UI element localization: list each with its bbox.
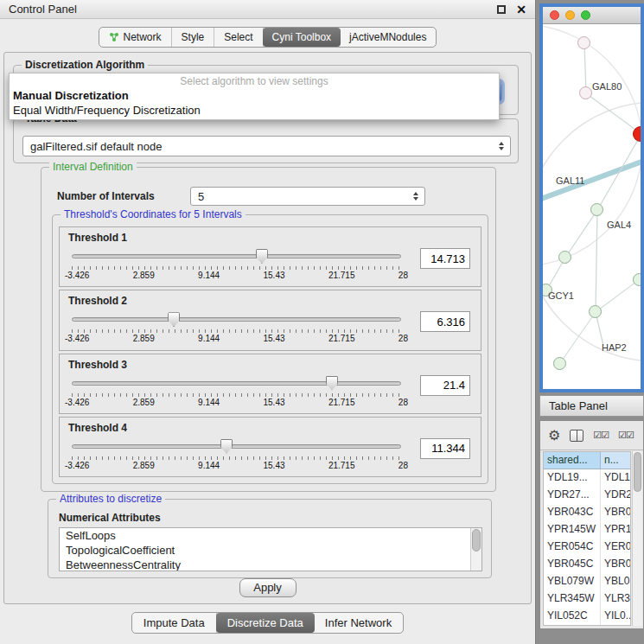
table-row[interactable]: YPR145W YPR1... xyxy=(544,521,630,539)
column-header[interactable]: shared... xyxy=(544,452,601,469)
threshold-slider[interactable] xyxy=(72,312,401,327)
table-row[interactable]: YIL052C YIL0... xyxy=(544,608,630,625)
slider-thumb[interactable] xyxy=(256,249,268,264)
threshold-value-input[interactable] xyxy=(420,248,470,269)
scale-label: 21.715 xyxy=(328,461,355,470)
attributes-list[interactable]: SelfLoops TopologicalCoefficient Between… xyxy=(59,527,482,571)
slider-track[interactable] xyxy=(72,254,401,258)
tab-infer-network[interactable]: Infer Network xyxy=(314,613,403,633)
network-node[interactable] xyxy=(589,305,602,318)
tab-network[interactable]: Network xyxy=(99,28,172,47)
list-item[interactable]: BetweennessCentrality xyxy=(60,558,481,571)
table-cell[interactable]: YER0... xyxy=(601,539,630,556)
network-node[interactable] xyxy=(553,357,566,370)
dropdown-option-manual[interactable]: Manual Discretization xyxy=(10,88,499,103)
table-row[interactable]: YBR043C YBR0... xyxy=(544,504,630,521)
table-row[interactable]: YBL079W YBL0... xyxy=(544,573,630,590)
dropdown-option-equal-width[interactable]: Equal Width/Frequency Discretization xyxy=(10,103,499,118)
column-header[interactable]: n... xyxy=(601,452,630,469)
network-node[interactable] xyxy=(577,36,590,49)
slider-track[interactable] xyxy=(72,444,401,449)
scrollbar-thumb[interactable] xyxy=(634,452,641,492)
close-icon[interactable]: ✕ xyxy=(516,5,526,14)
network-node[interactable] xyxy=(579,86,592,99)
table-cell[interactable]: YPR1... xyxy=(601,521,630,539)
network-node[interactable] xyxy=(633,273,641,286)
number-of-intervals-combobox[interactable]: 5 xyxy=(190,187,425,206)
tab-cyni-toolbox[interactable]: Cyni Toolbox xyxy=(263,28,341,47)
table-row[interactable]: YDL19... YDL1... xyxy=(544,469,630,487)
table-cell[interactable]: YBL079W xyxy=(544,573,601,590)
scale-label: 15.43 xyxy=(264,461,285,470)
tab-impute-data[interactable]: Impute Data xyxy=(132,613,217,633)
table-cell[interactable]: YIL0... xyxy=(601,608,630,625)
table-cell[interactable]: YDR27... xyxy=(544,487,601,504)
tab-select[interactable]: Select xyxy=(214,28,263,47)
apply-button[interactable]: Apply xyxy=(239,578,296,597)
table-cell[interactable]: YLR3... xyxy=(601,590,630,608)
tab-style[interactable]: Style xyxy=(172,28,215,47)
network-canvas[interactable]: GAL80 GAL11 GAL4 GCY1 HAP2 xyxy=(543,24,641,374)
table-cell[interactable]: YBR045C xyxy=(544,556,601,573)
table-row[interactable]: YER054C YER0... xyxy=(544,539,630,556)
select-columns-icon[interactable]: ☑☑ xyxy=(593,430,609,441)
arrow-up-icon xyxy=(413,192,418,195)
table-row[interactable]: YLR345W YLR3... xyxy=(544,590,630,608)
threshold-value-input[interactable] xyxy=(420,375,470,396)
threshold-label: Threshold 1 xyxy=(68,232,127,244)
table-data-combobox[interactable]: galFiltered.sif default node xyxy=(22,136,511,156)
slider-scale: -3.426 2.859 9.144 15.43 21.715 28 xyxy=(65,271,408,280)
threshold-slider[interactable] xyxy=(72,376,401,391)
threshold-slider[interactable] xyxy=(72,439,401,454)
threshold-value-input[interactable] xyxy=(420,438,470,459)
threshold-slider[interactable] xyxy=(72,249,401,264)
table-scrollbar[interactable] xyxy=(632,451,642,626)
list-scrollbar[interactable] xyxy=(470,528,481,571)
scale-label: 28 xyxy=(399,334,408,343)
tab-label: jActiveMNodules xyxy=(349,31,426,43)
table-row[interactable]: YDR27... YDR2... xyxy=(544,487,630,504)
select-all-icon[interactable]: ☑☑ xyxy=(618,430,634,441)
network-node[interactable] xyxy=(558,251,571,264)
table-cell[interactable]: YBR0... xyxy=(601,556,630,573)
table-row[interactable]: YBR045C YBR0... xyxy=(544,556,630,573)
threshold-value-input[interactable] xyxy=(420,311,470,332)
tab-jactivemnodules[interactable]: jActiveMNodules xyxy=(340,28,436,47)
table-cell[interactable]: YER054C xyxy=(544,539,601,556)
columns-icon[interactable] xyxy=(570,430,583,442)
slider-thumb[interactable] xyxy=(326,376,338,391)
table-cell[interactable]: YDL19... xyxy=(544,469,601,487)
list-item[interactable]: TopologicalCoefficient xyxy=(60,543,481,558)
slider-thumb[interactable] xyxy=(220,439,233,454)
table-cell[interactable]: YPR145W xyxy=(544,521,601,539)
threshold-panel-4: Threshold 4 -3.426 2.859 9.144 15.43 21.… xyxy=(59,417,481,477)
node-label: GAL80 xyxy=(592,81,622,92)
minimize-traffic-light-icon[interactable] xyxy=(565,10,575,20)
threshold-coordinates-group: Threshold's Coordinates for 5 Intervals … xyxy=(52,214,488,484)
table-cell[interactable]: YBL0... xyxy=(601,573,630,590)
slider-scale: -3.426 2.859 9.144 15.43 21.715 28 xyxy=(65,334,408,343)
slider-thumb[interactable] xyxy=(168,312,180,327)
slider-track[interactable] xyxy=(72,317,401,322)
close-traffic-light-icon[interactable] xyxy=(550,10,559,20)
table-cell[interactable]: YIL052C xyxy=(544,608,601,625)
table-cell[interactable]: YBR0... xyxy=(601,504,630,521)
network-node[interactable] xyxy=(590,203,603,216)
arrow-up-icon xyxy=(499,142,504,145)
gear-icon[interactable]: ⚙ xyxy=(548,429,560,443)
slider-track[interactable] xyxy=(72,381,401,386)
table-cell[interactable]: YBR043C xyxy=(544,504,601,521)
scrollbar-thumb[interactable] xyxy=(472,529,481,552)
table-cell[interactable]: YDR2... xyxy=(601,487,630,504)
network-edges xyxy=(543,24,641,374)
arrow-down-icon xyxy=(413,197,418,201)
table-panel-header: Table Panel xyxy=(539,395,644,417)
tab-discretize-data[interactable]: Discretize Data xyxy=(216,613,315,633)
node-label: GCY1 xyxy=(548,290,574,301)
interval-definition-group: Interval Definition Number of Intervals … xyxy=(41,167,496,492)
list-item[interactable]: SelfLoops xyxy=(60,528,481,543)
float-window-icon[interactable] xyxy=(497,5,506,14)
table-cell[interactable]: YDL1... xyxy=(601,469,630,487)
table-cell[interactable]: YLR345W xyxy=(544,590,601,608)
zoom-traffic-light-icon[interactable] xyxy=(581,10,590,20)
